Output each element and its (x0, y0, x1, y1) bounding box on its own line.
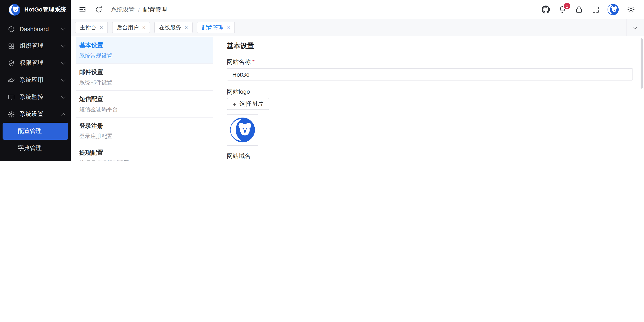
settings-nav: 基本设置 系统常规设置 邮件设置 系统邮件设置 短信配置 短信验证码平台 登录注… (76, 36, 213, 161)
settings-nav-item-withdraw[interactable]: 提现配置 管理员提现规则配置 (76, 144, 213, 161)
tab-label: 主控台 (80, 24, 96, 31)
org-grid-icon (8, 42, 15, 50)
settings-nav-title: 短信配置 (79, 95, 209, 103)
field-label: 网站名称* (227, 57, 633, 66)
settings-nav-item-email[interactable]: 邮件设置 系统邮件设置 (76, 64, 213, 91)
tab-main-console[interactable]: 主控台 × (75, 22, 108, 33)
tab-online-service[interactable]: 在线服务 × (154, 22, 192, 33)
chevron-down-icon (61, 60, 66, 64)
choose-image-label: 选择图片 (240, 100, 264, 108)
refresh-icon[interactable] (94, 5, 103, 14)
sidebar-subitem-label: 字典管理 (18, 144, 42, 152)
sidebar-item-label: 系统设置 (20, 110, 57, 118)
tab-label: 后台用户 (116, 24, 139, 31)
site-logo-image (230, 117, 255, 143)
app-logo-icon (8, 4, 20, 16)
sidebar-item-label: 系统监控 (20, 93, 57, 101)
shield-icon (8, 59, 15, 67)
plus-icon: + (233, 101, 236, 107)
settings-nav-subtitle: 系统邮件设置 (79, 79, 209, 86)
settings-nav-subtitle: 系统常规设置 (79, 52, 209, 59)
sidebar-menu: Dashboard 组织管理 权限管理 系统应用 系统监控 (0, 19, 71, 161)
form-title: 基本设置 (227, 41, 633, 51)
planet-icon (8, 76, 15, 84)
settings-nav-subtitle: 登录注册配置 (79, 132, 209, 140)
app-logo[interactable]: HotGo管理系统 (0, 0, 71, 19)
close-icon[interactable]: × (227, 25, 230, 30)
sidebar-item-label: 系统应用 (20, 76, 57, 84)
app-title: HotGo管理系统 (24, 6, 66, 14)
content-area: 基本设置 系统常规设置 邮件设置 系统邮件设置 短信配置 短信验证码平台 登录注… (71, 36, 644, 161)
chevron-down-icon (61, 26, 66, 30)
header-actions: 1 (541, 4, 636, 15)
breadcrumb-separator: / (138, 6, 140, 13)
sidebar-item-dashboard[interactable]: Dashboard (0, 20, 71, 37)
avatar-logo-icon (607, 4, 619, 15)
field-label: 网站域名 (227, 152, 633, 160)
breadcrumb-item[interactable]: 配置管理 (143, 6, 167, 13)
field-site-domain: 网站域名 如果客户端通过本地或内网访问，则认为是调试模式，走实际请求地址，否则走… (227, 152, 633, 161)
sidebar-subitem-config-management[interactable]: 配置管理 (2, 123, 68, 140)
dashboard-icon (8, 25, 15, 32)
chevron-down-icon (61, 94, 66, 99)
sidebar-subitem-scheduled-tasks[interactable]: 定时任务 (2, 157, 68, 161)
site-logo-preview[interactable] (227, 114, 258, 146)
lock-icon[interactable] (574, 5, 584, 14)
sidebar-item-system-settings[interactable]: 系统设置 (0, 106, 71, 123)
settings-nav-subtitle: 管理员提现规则配置 (79, 159, 209, 161)
chevron-down-icon (61, 43, 66, 47)
sidebar-submenu: 配置管理 字典管理 定时任务 黑名单 (0, 123, 71, 161)
tab-list-dropdown[interactable] (626, 19, 644, 36)
sidebar-item-permissions[interactable]: 权限管理 (0, 54, 71, 71)
collapse-menu-icon[interactable] (78, 5, 87, 14)
sidebar-item-system-monitor[interactable]: 系统监控 (0, 89, 71, 106)
settings-nav-item-sms[interactable]: 短信配置 短信验证码平台 (76, 91, 213, 118)
field-site-name: 网站名称* (227, 57, 633, 80)
tab-label: 在线服务 (159, 24, 181, 31)
field-label: 网站logo (227, 87, 633, 96)
scrollbar[interactable] (640, 38, 643, 89)
settings-nav-item-login[interactable]: 登录注册 登录注册配置 (76, 118, 213, 144)
chevron-up-icon (61, 113, 66, 117)
sidebar-item-label: 权限管理 (20, 59, 57, 67)
settings-nav-title: 基本设置 (79, 41, 209, 49)
sidebar-subitem-label: 配置管理 (18, 127, 42, 135)
tab-admin-users[interactable]: 后台用户 × (112, 22, 150, 33)
gear-icon (8, 110, 15, 118)
choose-image-button[interactable]: + 选择图片 (227, 98, 269, 110)
sidebar: HotGo管理系统 Dashboard 组织管理 权限管理 系统应用 (0, 0, 71, 161)
sidebar-subitem-dictionary[interactable]: 字典管理 (2, 140, 68, 157)
monitor-icon (8, 93, 15, 101)
field-site-logo: 网站logo + 选择图片 (227, 87, 633, 146)
settings-nav-title: 邮件设置 (79, 68, 209, 76)
settings-form: 基本设置 网站名称* 网站logo + 选择图片 (213, 36, 644, 161)
notification-badge: 1 (564, 3, 570, 9)
github-icon[interactable] (541, 5, 550, 14)
tab-label: 配置管理 (202, 24, 224, 31)
tab-config-management[interactable]: 配置管理 × (197, 22, 235, 33)
notification-bell-icon[interactable]: 1 (558, 5, 567, 14)
breadcrumb-item[interactable]: 系统设置 (111, 6, 135, 13)
close-icon[interactable]: × (100, 25, 103, 30)
settings-nav-title: 登录注册 (79, 122, 209, 130)
settings-gear-icon[interactable] (626, 5, 636, 14)
breadcrumb: 系统设置 / 配置管理 (111, 6, 167, 13)
fullscreen-icon[interactable] (591, 5, 600, 14)
settings-nav-item-basic[interactable]: 基本设置 系统常规设置 (76, 37, 213, 64)
sidebar-item-label: Dashboard (20, 25, 57, 32)
app-root: HotGo管理系统 Dashboard 组织管理 权限管理 系统应用 (0, 0, 644, 161)
close-icon[interactable]: × (184, 25, 188, 30)
sidebar-item-organization[interactable]: 组织管理 (0, 37, 71, 54)
site-name-input[interactable] (227, 68, 633, 80)
close-icon[interactable]: × (142, 25, 145, 30)
chevron-down-icon (633, 25, 638, 29)
avatar[interactable] (607, 4, 619, 15)
top-header: 系统设置 / 配置管理 1 (71, 0, 644, 19)
tabbar: 主控台 × 后台用户 × 在线服务 × 配置管理 × (71, 19, 644, 36)
chevron-down-icon (61, 77, 66, 82)
settings-nav-title: 提现配置 (79, 149, 209, 157)
settings-nav-subtitle: 短信验证码平台 (79, 106, 209, 113)
main-area: 系统设置 / 配置管理 1 (71, 0, 644, 161)
required-mark: * (252, 58, 255, 65)
sidebar-item-system-apps[interactable]: 系统应用 (0, 71, 71, 89)
